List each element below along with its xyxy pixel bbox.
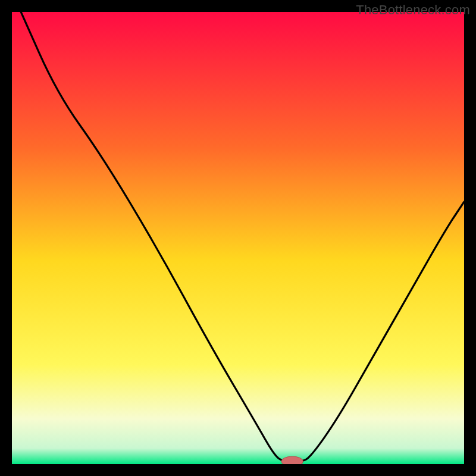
watermark-text: TheBottleneck.com xyxy=(356,2,470,18)
chart-frame: TheBottleneck.com xyxy=(0,0,476,476)
plot-area xyxy=(12,12,464,464)
optimal-marker xyxy=(281,456,303,464)
bottleneck-chart xyxy=(12,12,464,464)
gradient-background xyxy=(12,12,464,464)
